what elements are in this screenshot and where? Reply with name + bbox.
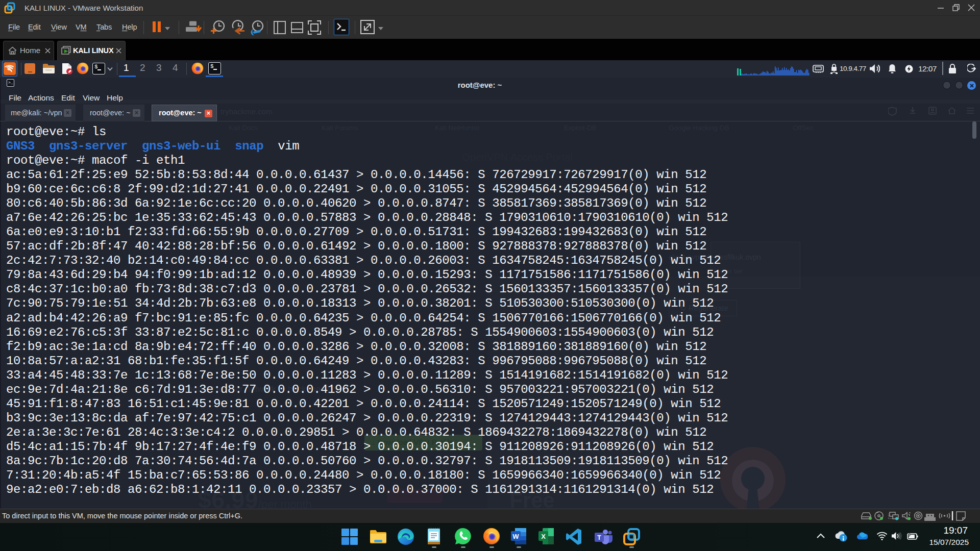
svg-text:X: X xyxy=(541,533,546,540)
svg-text:T: T xyxy=(597,534,601,541)
svg-text:W: W xyxy=(512,533,519,540)
